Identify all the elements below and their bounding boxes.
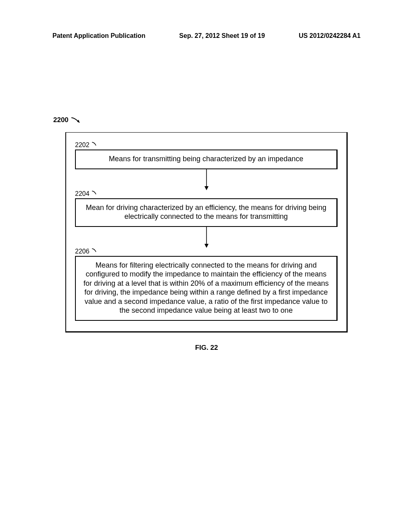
- lead-tick-icon: [91, 248, 98, 254]
- lead-tick-icon: [91, 141, 98, 147]
- connector-1: [75, 169, 338, 190]
- block-2204: Mean for driving characterized by an eff…: [75, 198, 338, 227]
- patent-page: Patent Application Publication Sep. 27, …: [0, 0, 413, 532]
- block-ref-2202: 2202: [75, 141, 98, 149]
- connector-2: [75, 227, 338, 248]
- block-2202-text: Means for transmitting being characteriz…: [109, 155, 303, 163]
- block-ref-2206: 2206: [75, 248, 98, 255]
- lead-arrow-icon: [71, 117, 82, 124]
- block-2206-text: Means for filtering electrically connect…: [83, 261, 329, 315]
- flowchart-outer-box: 2202 Means for transmitting being charac…: [65, 132, 348, 332]
- block-ref-2204: 2204: [75, 190, 98, 197]
- header-left: Patent Application Publication: [52, 32, 146, 39]
- arrow-down-icon: [204, 227, 209, 249]
- header-center: Sep. 27, 2012 Sheet 19 of 19: [179, 32, 265, 39]
- figure-ref-label: 2200: [53, 116, 69, 124]
- lead-tick-icon: [91, 190, 98, 196]
- figure-container: 2200 2202 Means for transmitting being c…: [65, 132, 348, 352]
- block-2202: Means for transmitting being characteriz…: [75, 150, 338, 169]
- block-2206: Means for filtering electrically connect…: [75, 256, 338, 321]
- block-ref-label: 2202: [75, 141, 90, 148]
- header-right: US 2012/0242284 A1: [299, 32, 361, 39]
- block-2204-text: Mean for driving characterized by an eff…: [86, 204, 327, 221]
- figure-reference-number: 2200: [53, 116, 82, 124]
- block-ref-label: 2204: [75, 190, 90, 197]
- arrow-down-icon: [204, 169, 209, 192]
- page-header: Patent Application Publication Sep. 27, …: [24, 32, 389, 39]
- figure-caption: FIG. 22: [65, 344, 348, 352]
- block-ref-label: 2206: [75, 248, 90, 255]
